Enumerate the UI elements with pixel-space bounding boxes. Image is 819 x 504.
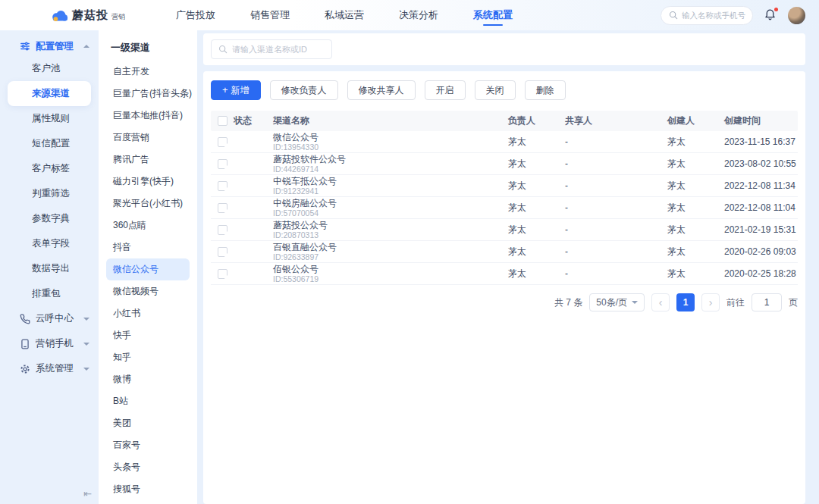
channel-name: 中锐房融公众号 xyxy=(273,199,508,208)
creator-cell: 茅太 xyxy=(667,136,724,149)
sidebar-item-data-export[interactable]: 数据导出 xyxy=(0,256,99,281)
owner-cell: 茅太 xyxy=(508,158,565,171)
channel-item-360-dianjing[interactable]: 360点睛 xyxy=(106,214,190,236)
sidebar-collapse-icon[interactable]: ⇤ xyxy=(83,488,92,499)
sliders-icon xyxy=(20,41,30,52)
sidebar-group-cloud-call[interactable]: 云呼中心 xyxy=(0,306,99,331)
channel-item-oceanengine-local[interactable]: 巨量本地推(抖音) xyxy=(106,105,190,127)
channel-item-magnetic-engine[interactable]: 磁力引擎(快手) xyxy=(106,171,190,193)
global-search[interactable] xyxy=(661,6,753,25)
cloud-logo-icon xyxy=(50,9,68,22)
channel-name: 中锐车抵公众号 xyxy=(273,177,508,186)
channel-id: ID:13954330 xyxy=(273,142,508,152)
owner-cell: 茅太 xyxy=(508,180,565,193)
sidebar-item-form-fields[interactable]: 表单字段 xyxy=(0,231,99,256)
edit-shared-button[interactable]: 修改共享人 xyxy=(347,80,416,100)
goto-page-input[interactable] xyxy=(752,293,782,311)
sidebar-group-label: 配置管理 xyxy=(36,40,74,53)
sidebar-item-customer-pool[interactable]: 客户池 xyxy=(0,56,99,81)
add-button-label: 新增 xyxy=(231,80,249,100)
channel-item-baidu[interactable]: 百度营销 xyxy=(106,127,190,149)
channel-item-bilibili[interactable]: B站 xyxy=(106,390,190,412)
header-status: 状态 xyxy=(234,114,273,127)
created-time-cell: 2020-02-25 18:28 xyxy=(724,268,798,279)
channel-item-weibo[interactable]: 微博 xyxy=(106,368,190,390)
disable-button[interactable]: 关闭 xyxy=(475,80,516,100)
owner-cell: 茅太 xyxy=(508,268,565,280)
channel-item-juguang[interactable]: 聚光平台(小红书) xyxy=(106,193,190,214)
notification-dot xyxy=(774,8,778,11)
channel-item-tencent-ads[interactable]: 腾讯广告 xyxy=(106,149,190,171)
header-created: 创建时间 xyxy=(724,114,798,127)
avatar[interactable] xyxy=(788,7,805,24)
channel-item-xiaohongshu[interactable]: 小红书 xyxy=(106,302,190,324)
select-all-checkbox[interactable] xyxy=(218,116,228,126)
nav-system-config[interactable]: 系统配置 xyxy=(464,0,522,30)
chevron-down-icon xyxy=(83,318,89,321)
global-search-input[interactable] xyxy=(682,11,750,20)
channel-item-meituan[interactable]: 美团 xyxy=(106,412,190,434)
shared-cell: - xyxy=(565,268,667,279)
channel-item-baijiahao[interactable]: 百家号 xyxy=(106,434,190,456)
sidebar-item-attribute-rules[interactable]: 属性规则 xyxy=(0,106,99,131)
add-button[interactable]: + 新增 xyxy=(211,80,261,100)
filter-bar xyxy=(203,33,805,65)
channel-id: ID:92633897 xyxy=(273,252,508,261)
table-header: 状态 渠道名称 负责人 共享人 创建人 创建时间 xyxy=(211,111,798,131)
delete-button[interactable]: 删除 xyxy=(525,80,566,100)
chevron-down-icon xyxy=(83,368,89,371)
pagination: 共 7 条 50条/页 ‹ 1 › 前往 页 xyxy=(211,293,798,311)
channel-item-oceanengine[interactable]: 巨量广告(抖音头条) xyxy=(106,83,190,105)
nav-sales-management[interactable]: 销售管理 xyxy=(241,0,299,30)
phone-icon xyxy=(20,314,30,324)
sidebar-group-system-admin[interactable]: 系统管理 xyxy=(0,356,99,381)
channel-item-wechat-video[interactable]: 微信视频号 xyxy=(106,280,190,302)
channel-item-toutiaohao[interactable]: 头条号 xyxy=(106,456,190,478)
sidebar-item-source-channel[interactable]: 来源渠道 xyxy=(8,81,91,106)
prev-page-button[interactable]: ‹ xyxy=(651,293,670,311)
page-size-value: 50条/页 xyxy=(596,296,627,309)
next-page-button[interactable]: › xyxy=(701,293,720,311)
sidebar-item-param-dict[interactable]: 参数字典 xyxy=(0,206,99,231)
channel-name: 蘑菇投软件公众号 xyxy=(273,155,508,164)
created-time-cell: 2022-12-08 11:04 xyxy=(724,202,798,213)
page-number-current[interactable]: 1 xyxy=(676,293,695,311)
nav-decision-analysis[interactable]: 决策分析 xyxy=(390,0,447,30)
page-size-select[interactable]: 50条/页 xyxy=(589,293,645,311)
edit-owner-button[interactable]: 修改负责人 xyxy=(270,80,338,100)
channel-item-zhihu[interactable]: 知乎 xyxy=(106,346,190,368)
app-logo: 蘑菇投 营销 xyxy=(50,8,125,23)
channel-item-wechat-official[interactable]: 微信公众号 xyxy=(106,258,190,280)
sidebar-item-dedup-package[interactable]: 排重包 xyxy=(0,281,99,306)
channel-item-kuaishou[interactable]: 快手 xyxy=(106,324,190,346)
channel-search-input[interactable] xyxy=(232,45,323,54)
sidebar-item-customer-tags[interactable]: 客户标签 xyxy=(0,156,99,181)
channel-item-souhuhao[interactable]: 搜狐号 xyxy=(106,478,190,500)
enable-button[interactable]: 开启 xyxy=(425,80,466,100)
channel-item-self-dev[interactable]: 自主开发 xyxy=(106,61,190,83)
nav-private-domain[interactable]: 私域运营 xyxy=(315,0,373,30)
chevron-down-icon xyxy=(632,301,638,304)
channel-name: 蘑菇投公众号 xyxy=(273,221,508,230)
sidebar-item-sms-config[interactable]: 短信配置 xyxy=(0,131,99,156)
notification-bell-icon[interactable] xyxy=(764,8,777,22)
creator-cell: 茅太 xyxy=(667,224,724,236)
channel-item-douyin[interactable]: 抖音 xyxy=(106,236,190,258)
main-panel: + 新增 修改负责人 修改共享人 开启 关闭 删除 状态 渠道名称 负责人 共享… xyxy=(203,71,805,504)
table-row: 百银直融公众号 ID:92633897 茅太 - 茅太 2020-02-26 0… xyxy=(211,241,798,263)
channel-id: ID:57070054 xyxy=(273,208,508,218)
owner-cell: 茅太 xyxy=(508,136,565,149)
header-name: 渠道名称 xyxy=(273,114,508,127)
sidebar-item-dedup-filter[interactable]: 判重筛选 xyxy=(0,181,99,206)
channel-id: ID:91232941 xyxy=(273,186,508,196)
sidebar-group-config[interactable]: 配置管理 xyxy=(0,36,99,56)
sidebar-group-label: 云呼中心 xyxy=(36,312,74,325)
created-time-cell: 2022-12-08 11:34 xyxy=(724,180,798,191)
goto-label: 前往 xyxy=(726,296,745,309)
topbar: 蘑菇投 营销 广告投放 销售管理 私域运营 决策分析 系统配置 xyxy=(0,0,819,30)
channel-search[interactable] xyxy=(211,39,332,59)
search-icon xyxy=(669,11,678,20)
chevron-up-icon xyxy=(83,45,89,48)
nav-ad-delivery[interactable]: 广告投放 xyxy=(167,0,224,30)
sidebar-group-marketing-phone[interactable]: 营销手机 xyxy=(0,331,99,356)
